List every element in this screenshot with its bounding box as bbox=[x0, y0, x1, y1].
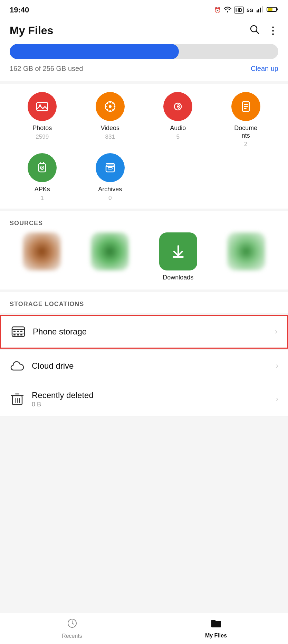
recently-deleted-item[interactable]: Recently deleted 0 B › bbox=[0, 382, 288, 417]
svg-rect-0 bbox=[257, 10, 258, 12]
downloads-icon bbox=[159, 232, 197, 270]
apks-label: APKs bbox=[35, 186, 50, 193]
source-item-downloads[interactable]: Downloads bbox=[146, 232, 210, 281]
clock-icon bbox=[67, 618, 77, 631]
svg-rect-1 bbox=[258, 9, 259, 12]
apks-icon-circle bbox=[28, 153, 57, 182]
phone-storage-item[interactable]: Phone storage › bbox=[0, 315, 288, 349]
categories-section: Photos 2599 Videos 831 bbox=[0, 84, 288, 209]
category-audio[interactable]: Audio 5 bbox=[145, 92, 211, 148]
svg-rect-36 bbox=[20, 331, 22, 332]
categories-row2: APKs 1 Archives 0 bbox=[10, 153, 278, 202]
svg-point-14 bbox=[109, 110, 111, 111]
svg-rect-6 bbox=[268, 8, 272, 11]
source-icon-4 bbox=[227, 232, 265, 270]
svg-point-13 bbox=[109, 102, 111, 103]
source-item-2[interactable] bbox=[78, 232, 142, 281]
category-videos[interactable]: Videos 831 bbox=[78, 92, 143, 148]
category-documents[interactable]: Documents 2 bbox=[213, 92, 279, 148]
svg-point-18 bbox=[112, 109, 114, 110]
documents-count: 2 bbox=[244, 141, 247, 148]
svg-point-17 bbox=[106, 103, 108, 104]
category-apks[interactable]: APKs 1 bbox=[10, 153, 75, 202]
phone-storage-name: Phone storage bbox=[33, 327, 275, 337]
category-archives[interactable]: Archives 0 bbox=[78, 153, 143, 202]
svg-rect-35 bbox=[17, 334, 19, 335]
cloud-drive-text: Cloud drive bbox=[32, 361, 276, 371]
nav-my-files[interactable]: My Files bbox=[144, 613, 288, 644]
storage-locations-label: STORAGE LOCATIONS bbox=[0, 292, 288, 313]
nav-recents[interactable]: Recents bbox=[0, 613, 144, 644]
categories-grid: Photos 2599 Videos 831 bbox=[10, 92, 278, 148]
svg-line-45 bbox=[72, 623, 74, 624]
archives-count: 0 bbox=[108, 195, 112, 202]
audio-label: Audio bbox=[170, 125, 186, 132]
header-actions: ⋮ bbox=[249, 24, 278, 37]
audio-icon-circle bbox=[163, 92, 192, 121]
5g-icon: 5G bbox=[247, 7, 253, 13]
svg-rect-37 bbox=[20, 334, 22, 335]
documents-label: Documents bbox=[234, 125, 257, 139]
source-item-4[interactable] bbox=[214, 232, 279, 281]
cleanup-button[interactable]: Clean up bbox=[251, 65, 278, 73]
header: My Files ⋮ bbox=[0, 19, 288, 44]
category-photos[interactable]: Photos 2599 bbox=[10, 92, 75, 148]
storage-bar-fill bbox=[10, 44, 179, 59]
apks-count: 1 bbox=[41, 195, 44, 202]
storage-locations-section: STORAGE LOCATIONS Phone storage › bbox=[0, 292, 288, 417]
source-icon-1 bbox=[23, 232, 61, 270]
battery-icon bbox=[267, 6, 278, 14]
source-item-1[interactable] bbox=[10, 232, 74, 281]
recently-deleted-chevron: › bbox=[276, 395, 278, 404]
svg-rect-5 bbox=[277, 8, 278, 10]
alarm-icon: ⏰ bbox=[214, 7, 221, 13]
status-icons: ⏰ HD 5G bbox=[214, 6, 278, 14]
recents-label: Recents bbox=[62, 633, 82, 639]
svg-rect-3 bbox=[262, 6, 263, 12]
sources-grid: Downloads bbox=[0, 232, 288, 289]
svg-line-8 bbox=[256, 31, 259, 34]
photos-count: 2599 bbox=[36, 134, 49, 140]
storage-info: 162 GB of 256 GB used Clean up bbox=[10, 65, 278, 73]
recently-deleted-text: Recently deleted 0 B bbox=[32, 390, 276, 408]
svg-rect-9 bbox=[37, 102, 48, 111]
documents-icon-circle bbox=[231, 92, 260, 121]
phone-storage-icon bbox=[11, 324, 26, 339]
folder-icon bbox=[211, 618, 222, 631]
svg-point-19 bbox=[106, 109, 108, 110]
sources-label: SOURCES bbox=[0, 211, 288, 232]
archives-label: Archives bbox=[98, 186, 122, 193]
cloud-drive-chevron: › bbox=[276, 361, 278, 370]
status-bar: 19:40 ⏰ HD 5G bbox=[0, 0, 288, 19]
phone-storage-text: Phone storage bbox=[33, 327, 275, 337]
svg-point-22 bbox=[177, 105, 179, 108]
svg-point-16 bbox=[114, 106, 115, 107]
my-files-label: My Files bbox=[205, 633, 227, 639]
storage-bar-container bbox=[10, 44, 278, 59]
photos-label: Photos bbox=[32, 125, 52, 132]
wifi-icon bbox=[224, 6, 231, 14]
audio-count: 5 bbox=[176, 134, 180, 140]
phone-storage-chevron: › bbox=[275, 327, 277, 336]
svg-rect-33 bbox=[13, 334, 16, 335]
recently-deleted-icon bbox=[10, 392, 25, 407]
cloud-drive-name: Cloud drive bbox=[32, 361, 276, 371]
svg-rect-34 bbox=[17, 331, 19, 332]
recently-deleted-name: Recently deleted bbox=[32, 390, 276, 400]
storage-text: 162 GB of 256 GB used bbox=[10, 65, 83, 73]
more-options-icon[interactable]: ⋮ bbox=[268, 25, 278, 36]
svg-rect-28 bbox=[108, 167, 112, 169]
recently-deleted-sub: 0 B bbox=[32, 401, 276, 408]
signal-icon bbox=[256, 6, 264, 14]
search-icon[interactable] bbox=[249, 24, 260, 37]
storage-section: 162 GB of 256 GB used Clean up bbox=[0, 44, 288, 81]
downloads-label: Downloads bbox=[163, 274, 193, 281]
svg-point-12 bbox=[109, 105, 112, 108]
hd-icon: HD bbox=[234, 7, 244, 13]
cloud-drive-item[interactable]: Cloud drive › bbox=[0, 350, 288, 382]
svg-point-20 bbox=[112, 103, 114, 104]
page-title: My Files bbox=[10, 24, 53, 37]
videos-count: 831 bbox=[105, 134, 115, 140]
cloud-drive-icon bbox=[10, 358, 25, 374]
videos-icon-circle bbox=[96, 92, 125, 121]
